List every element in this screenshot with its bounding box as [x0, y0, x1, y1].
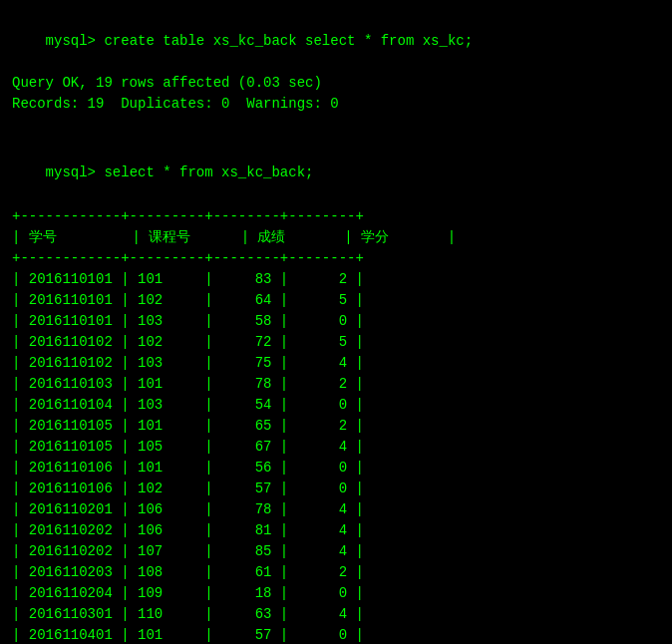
table-row: | 2016110105 | 101 | 65 | 2 | [12, 416, 660, 437]
table-header-row: | 学号 | 课程号 | 成绩 | 学分 | [12, 227, 660, 248]
table-border-header: +------------+---------+--------+-------… [12, 248, 660, 269]
table-row: | 2016110202 | 107 | 85 | 4 | [12, 541, 660, 562]
table-data-rows: | 2016110101 | 101 | 83 | 2 || 201611010… [12, 269, 660, 644]
query-result-table: +------------+---------+--------+-------… [12, 206, 660, 644]
result-line-2: Records: 19 Duplicates: 0 Warnings: 0 [12, 94, 660, 115]
table-row: | 2016110106 | 102 | 57 | 0 | [12, 479, 660, 499]
table-row: | 2016110203 | 108 | 61 | 2 | [12, 562, 660, 583]
command-line-2: mysql> select * from xs_kc_back; [12, 142, 660, 204]
table-row: | 2016110101 | 101 | 83 | 2 | [12, 269, 660, 290]
prompt-1: mysql> [46, 33, 96, 49]
blank-line-1 [12, 121, 660, 142]
table-row: | 2016110102 | 102 | 72 | 5 | [12, 332, 660, 353]
table-row: | 2016110204 | 109 | 18 | 0 | [12, 583, 660, 604]
table-row: | 2016110202 | 106 | 81 | 4 | [12, 520, 660, 541]
terminal-window: mysql> create table xs_kc_back select * … [12, 10, 660, 644]
command-line-1: mysql> create table xs_kc_back select * … [12, 10, 660, 73]
table-row: | 2016110101 | 103 | 58 | 0 | [12, 311, 660, 332]
table-row: | 2016110103 | 101 | 78 | 2 | [12, 374, 660, 395]
table-row: | 2016110201 | 106 | 78 | 4 | [12, 499, 660, 520]
table-row: | 2016110102 | 103 | 75 | 4 | [12, 353, 660, 374]
table-row: | 2016110105 | 105 | 67 | 4 | [12, 437, 660, 458]
table-border-top: +------------+---------+--------+-------… [12, 206, 660, 227]
table-row: | 2016110104 | 103 | 54 | 0 | [12, 395, 660, 416]
table-row: | 2016110401 | 101 | 57 | 0 | [12, 625, 660, 644]
table-row: | 2016110301 | 110 | 63 | 4 | [12, 604, 660, 625]
command-2-text: select * from xs_kc_back; [104, 164, 313, 180]
table-row: | 2016110101 | 102 | 64 | 5 | [12, 290, 660, 311]
table-row: | 2016110106 | 101 | 56 | 0 | [12, 458, 660, 479]
prompt-2: mysql> [46, 164, 96, 180]
result-line-1: Query OK, 19 rows affected (0.03 sec) [12, 73, 660, 94]
command-1-text: create table xs_kc_back select * from xs… [104, 33, 473, 49]
